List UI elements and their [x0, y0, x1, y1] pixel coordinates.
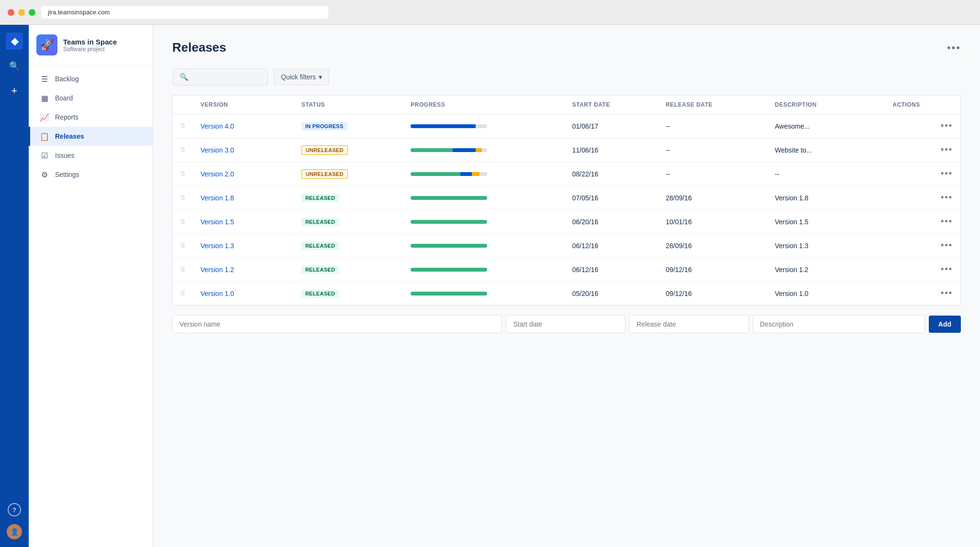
status-cell: RELEASED: [294, 234, 403, 258]
version-link[interactable]: Version 1.5: [200, 218, 234, 226]
quick-filters-button[interactable]: Quick filters ▾: [274, 69, 329, 85]
release-date-cell: 28/09/16: [658, 234, 767, 258]
version-link[interactable]: Version 2.0: [200, 170, 234, 178]
issues-icon: ☑: [40, 151, 49, 160]
progress-cell: [403, 210, 564, 234]
drag-handle[interactable]: ⠿: [180, 266, 185, 274]
row-actions-button[interactable]: •••: [941, 241, 953, 250]
start-date-cell: 06/12/16: [565, 258, 658, 282]
drag-handle[interactable]: ⠿: [180, 170, 185, 178]
row-actions-button[interactable]: •••: [941, 121, 953, 131]
version-link[interactable]: Version 1.8: [200, 194, 234, 202]
table-row: ⠿ Version 1.8 RELEASED 07/05/16 28/09/16…: [173, 186, 961, 210]
quick-filters-label: Quick filters: [281, 73, 316, 81]
start-date-cell: 08/22/16: [565, 162, 658, 186]
sidebar-label-releases: Releases: [55, 132, 84, 140]
status-badge: RELEASED: [301, 265, 339, 274]
sidebar-item-backlog[interactable]: ☰ Backlog: [29, 69, 153, 88]
add-version-row: Add: [172, 306, 961, 343]
version-link[interactable]: Version 3.0: [200, 146, 234, 154]
col-description-header: Description: [767, 96, 885, 114]
progress-cell: [403, 186, 564, 210]
actions-cell: •••: [885, 282, 960, 306]
release-date-input[interactable]: [629, 315, 749, 333]
search-input[interactable]: [192, 73, 261, 81]
col-version-header: Version: [193, 96, 294, 114]
settings-icon: ⚙: [40, 170, 49, 179]
drag-handle[interactable]: ⠿: [180, 146, 185, 154]
table-row: ⠿ Version 2.0 UNRELEASED 08/22/16 -- -- …: [173, 162, 961, 186]
status-cell: IN PROGRESS: [294, 114, 403, 138]
page-title: Releases: [172, 40, 226, 55]
version-link[interactable]: Version 1.0: [200, 290, 234, 297]
status-cell: UNRELEASED: [294, 138, 403, 162]
row-actions-button[interactable]: •••: [941, 193, 953, 202]
status-cell: RELEASED: [294, 258, 403, 282]
drag-handle[interactable]: ⠿: [180, 194, 185, 202]
drag-handle[interactable]: ⠿: [180, 242, 185, 250]
chevron-down-icon: ▾: [319, 73, 322, 81]
description-input[interactable]: [753, 315, 925, 333]
status-badge: RELEASED: [301, 218, 339, 226]
sidebar-label-reports: Reports: [55, 113, 78, 121]
progress-bar: [411, 220, 487, 224]
help-icon[interactable]: ?: [8, 503, 21, 516]
sidebar-item-board[interactable]: ▦ Board: [29, 88, 153, 108]
add-version-button[interactable]: Add: [929, 316, 961, 333]
start-date-cell: 07/05/16: [565, 186, 658, 210]
start-date-cell: 11/06/16: [565, 138, 658, 162]
version-name-input[interactable]: [172, 315, 502, 333]
address-bar[interactable]: jira.teamsinspace.com: [41, 6, 328, 19]
drag-handle[interactable]: ⠿: [180, 122, 185, 130]
progress-bar: [411, 196, 487, 200]
release-date-cell: 28/09/16: [658, 186, 767, 210]
maximize-button[interactable]: [29, 9, 35, 16]
actions-cell: •••: [885, 234, 960, 258]
row-actions-button[interactable]: •••: [941, 169, 953, 178]
minimize-button[interactable]: [18, 9, 25, 16]
search-box: 🔍: [172, 68, 268, 86]
version-cell: Version 1.5: [193, 210, 294, 234]
drag-cell: ⠿: [173, 186, 193, 210]
search-icon[interactable]: 🔍: [6, 57, 23, 75]
drag-handle[interactable]: ⠿: [180, 218, 185, 226]
col-status-header: Status: [294, 96, 403, 114]
row-actions-button[interactable]: •••: [941, 217, 953, 226]
status-cell: RELEASED: [294, 210, 403, 234]
actions-cell: •••: [885, 258, 960, 282]
user-avatar[interactable]: 👤: [7, 524, 22, 539]
version-cell: Version 4.0: [193, 114, 294, 138]
sidebar-item-reports[interactable]: 📈 Reports: [29, 108, 153, 127]
search-icon: 🔍: [179, 73, 189, 81]
status-cell: RELEASED: [294, 282, 403, 306]
traffic-lights: [8, 9, 35, 16]
sidebar-item-issues[interactable]: ☑ Issues: [29, 146, 153, 165]
actions-cell: •••: [885, 210, 960, 234]
progress-bar: [411, 244, 487, 248]
start-date-input[interactable]: [506, 315, 625, 333]
col-progress-header: Progress: [403, 96, 564, 114]
version-link[interactable]: Version 1.2: [200, 266, 234, 274]
sidebar-item-releases[interactable]: 📋 Releases: [29, 127, 153, 146]
description-cell: Version 1.2: [767, 258, 885, 282]
more-options-button[interactable]: •••: [947, 42, 961, 54]
row-actions-button[interactable]: •••: [941, 264, 953, 274]
drag-cell: ⠿: [173, 210, 193, 234]
description-cell: Version 1.0: [767, 282, 885, 306]
backlog-icon: ☰: [40, 74, 49, 84]
close-button[interactable]: [8, 9, 14, 16]
release-date-cell: --: [658, 114, 767, 138]
releases-table: Version Status Progress Start date Relea…: [172, 95, 961, 306]
filters-bar: 🔍 Quick filters ▾: [172, 68, 961, 86]
version-link[interactable]: Version 1.3: [200, 242, 234, 250]
version-cell: Version 1.3: [193, 234, 294, 258]
sidebar-label-board: Board: [55, 94, 73, 102]
version-link[interactable]: Version 4.0: [200, 122, 234, 130]
row-actions-button[interactable]: •••: [941, 288, 953, 298]
sidebar-item-settings[interactable]: ⚙ Settings: [29, 165, 153, 184]
drag-handle[interactable]: ⠿: [180, 290, 185, 297]
row-actions-button[interactable]: •••: [941, 145, 953, 154]
status-badge: UNRELEASED: [301, 169, 348, 179]
create-icon[interactable]: +: [6, 82, 23, 99]
atlassian-logo[interactable]: ◆: [6, 33, 23, 50]
